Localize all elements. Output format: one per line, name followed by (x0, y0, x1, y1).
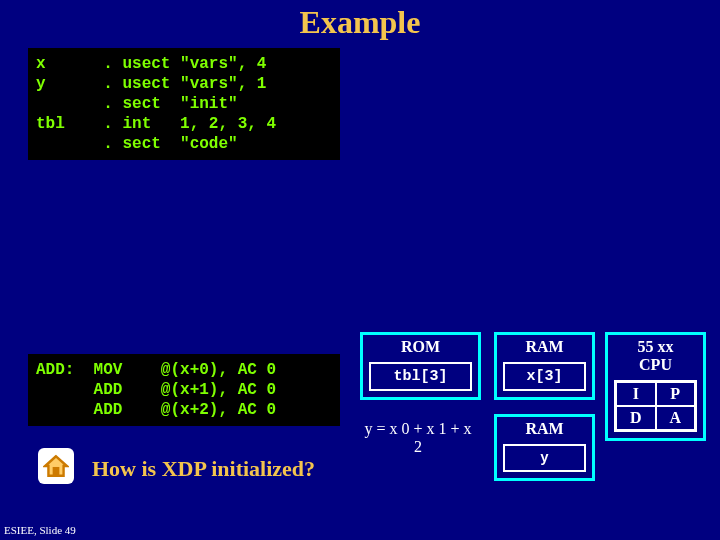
cpu-register-grid: I P D A (614, 380, 697, 432)
cpu-header: 55 xx CPU (608, 335, 703, 380)
c1-r1-label: y (36, 75, 46, 93)
c2-r1-args: @(x+1), AC 0 (161, 381, 276, 399)
svg-rect-0 (54, 468, 58, 476)
asm-listing-add-routine: ADD: MOV @(x+0), AC 0 ADD @(x+1), AC 0 A… (28, 354, 340, 426)
c1-r1-args: "vars", 1 (180, 75, 266, 93)
page-title: Example (0, 0, 720, 41)
ram2-cell: y (503, 444, 586, 472)
c1-r4-dir: . sect (103, 135, 161, 153)
ram-cell: x[3] (503, 362, 586, 391)
asm-listing-declarations: x . usect "vars", 4 y . usect "vars", 1 … (28, 48, 340, 160)
c1-r3-dir: . int (103, 115, 151, 133)
ram-box: RAM x[3] (494, 332, 595, 400)
rom-header: ROM (363, 335, 478, 362)
c1-r2-args: "init" (180, 95, 238, 113)
ram-header: RAM (497, 335, 592, 362)
c1-r4-args: "code" (180, 135, 238, 153)
cpu-cell-i: I (616, 382, 656, 406)
rom-box: ROM tbl[3] (360, 332, 481, 400)
c1-r3-args: 1, 2, 3, 4 (180, 115, 276, 133)
cpu-cell-p: P (656, 382, 696, 406)
ram2-header: RAM (497, 417, 592, 444)
c1-r0-label: x (36, 55, 46, 73)
c2-r0-label: ADD: (36, 361, 74, 379)
equation-text: y = x 0 + x 1 + x 2 (362, 420, 474, 456)
c1-r3-label: tbl (36, 115, 65, 133)
c1-r0-dir: . usect (103, 55, 170, 73)
cpu-box: 55 xx CPU I P D A (605, 332, 706, 441)
cpu-cell-a: A (656, 406, 696, 430)
c2-r0-op: MOV (94, 361, 123, 379)
c1-r1-dir: . usect (103, 75, 170, 93)
rom-cell: tbl[3] (369, 362, 472, 391)
ram-y-box: RAM y (494, 414, 595, 481)
c2-r2-op: ADD (94, 401, 123, 419)
c2-r2-args: @(x+2), AC 0 (161, 401, 276, 419)
c1-r0-args: "vars", 4 (180, 55, 266, 73)
cpu-cell-d: D (616, 406, 656, 430)
c1-r2-dir: . sect (103, 95, 161, 113)
question-text: How is XDP initialized? (92, 456, 315, 482)
home-icon (38, 448, 74, 484)
c2-r1-op: ADD (94, 381, 123, 399)
slide-footer: ESIEE, Slide 49 (4, 524, 76, 536)
c2-r0-args: @(x+0), AC 0 (161, 361, 276, 379)
